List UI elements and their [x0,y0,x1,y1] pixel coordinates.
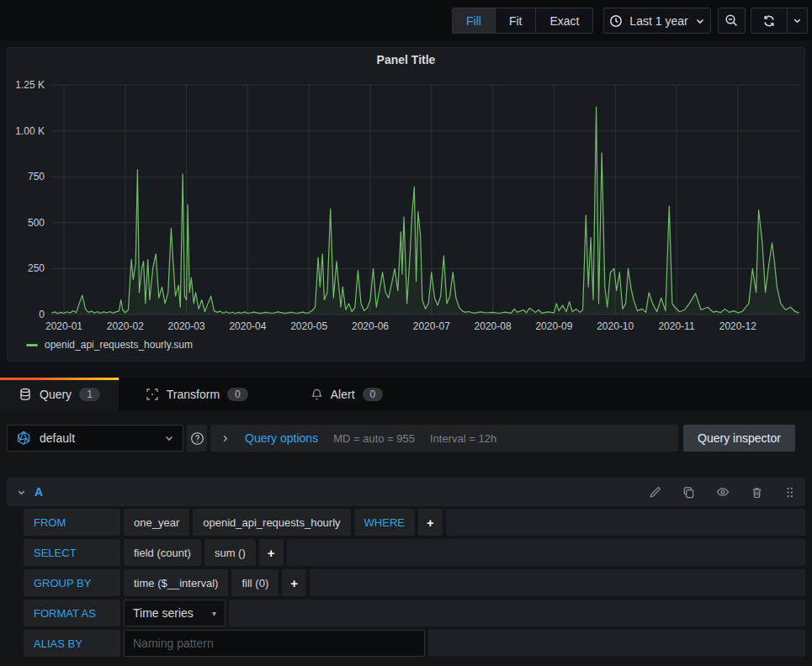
alias-by-label: ALIAS BY [24,630,120,657]
panel-title[interactable]: Panel Title [8,53,804,66]
query-pane: default Query options MD = auto = 955 In… [0,410,812,666]
timeseries-panel: Panel Title 02505007501.00 K1.25 K2020-0… [7,47,805,362]
tab-alert[interactable]: Alert 0 [292,378,401,410]
query-ref-id: A [34,485,43,499]
where-label[interactable]: WHERE [354,509,415,536]
tab-query-label: Query [40,388,72,401]
query-options-toggle[interactable]: Query options [245,431,318,445]
svg-text:2020-12: 2020-12 [719,320,756,332]
svg-text:2020-01: 2020-01 [45,320,82,332]
legend-item[interactable]: openid_api_requests_hourly.sum [26,339,193,351]
chevron-right-icon [220,434,230,443]
svg-text:2020-06: 2020-06 [352,320,389,332]
svg-text:2020-10: 2020-10 [597,320,634,332]
select-sum-segment[interactable]: sum () [204,539,256,566]
series-color-dash [26,344,38,346]
clock-icon [609,14,623,28]
chevron-down-icon [164,433,174,443]
chart-area[interactable]: 02505007501.00 K1.25 K2020-012020-022020… [8,71,804,351]
tab-transform[interactable]: Transform 0 [127,378,267,410]
zoom-out-icon [724,13,739,28]
svg-text:0: 0 [39,309,45,320]
tab-query-count: 1 [79,388,100,401]
datasource-help-button[interactable] [187,425,207,452]
svg-text:2020-11: 2020-11 [658,320,694,332]
tab-transform-label: Transform [167,388,220,401]
format-as-select[interactable]: Time series ▾ [124,600,226,626]
edit-query-button[interactable] [649,486,661,499]
select-label: SELECT [24,539,120,566]
display-mode-group: Fill Fit Exact [452,8,593,34]
row-filler [310,569,805,596]
groupby-fill-segment[interactable]: fill (0) [231,569,279,596]
question-circle-icon [190,431,204,446]
from-row: FROM one_year openid_api_requests_hourly… [24,509,805,536]
refresh-icon [762,14,776,28]
row-filler [229,600,805,626]
groupby-row: GROUP BY time ($__interval) fill (0) + [24,569,805,596]
groupby-label: GROUP BY [24,569,120,596]
svg-text:2020-02: 2020-02 [107,320,144,332]
svg-text:2020-07: 2020-07 [413,320,450,332]
query-inspector-button[interactable]: Query inspector [683,425,795,452]
row-filler [446,509,805,536]
drag-handle-icon[interactable] [784,486,795,499]
alias-by-input[interactable] [124,630,425,657]
refresh-interval-dropdown[interactable] [788,8,807,33]
database-icon [19,388,32,401]
caret-down-icon: ▾ [212,609,216,618]
grafana-panel-editor: Fill Fit Exact Last 1 year [0,0,812,666]
query-options-bar: Query options MD = auto = 955 Interval =… [210,425,678,452]
top-toolbar: Fill Fit Exact Last 1 year [0,0,812,40]
refresh-button-group [751,8,808,34]
toggle-visibility-button[interactable] [716,485,730,499]
query-row-header[interactable]: A [7,478,805,506]
svg-text:750: 750 [28,171,45,182]
chevron-down-icon [793,16,802,25]
transform-icon [146,388,159,401]
tab-alert-count: 0 [363,388,384,401]
zoom-out-button[interactable] [718,8,746,34]
svg-text:250: 250 [28,262,45,274]
collapse-chevron-icon[interactable] [17,488,26,497]
alias-by-row: ALIAS BY [24,630,805,657]
svg-text:2020-08: 2020-08 [475,320,512,332]
from-measurement-segment[interactable]: openid_api_requests_hourly [193,509,350,536]
format-as-label: FORMAT AS [24,600,120,626]
svg-text:1.00 K: 1.00 K [15,125,45,137]
datasource-icon [16,431,31,446]
interval-info: Interval = 12h [430,432,496,445]
add-groupby-button[interactable]: + [282,569,306,596]
svg-text:2020-03: 2020-03 [168,320,205,332]
max-data-points-info: MD = auto = 955 [333,432,415,445]
row-filler [428,630,805,657]
exact-button[interactable]: Exact [536,8,592,33]
add-select-button[interactable]: + [259,539,284,566]
select-row: SELECT field (count) sum () + [24,539,805,566]
fit-button[interactable]: Fit [496,8,537,33]
format-as-value: Time series [133,606,194,620]
bell-icon [310,388,323,401]
add-where-button[interactable]: + [418,509,443,536]
tab-transform-count: 0 [227,388,248,401]
datasource-name: default [40,431,156,445]
tab-alert-label: Alert [331,388,355,401]
series-label: openid_api_requests_hourly.sum [45,339,193,351]
datasource-picker[interactable]: default [7,425,183,452]
refresh-button[interactable] [751,8,788,33]
from-retention-segment[interactable]: one_year [124,509,189,536]
fill-button[interactable]: Fill [453,8,496,33]
svg-text:1.25 K: 1.25 K [15,79,45,91]
select-field-segment[interactable]: field (count) [124,539,201,566]
timeseries-chart[interactable]: 02505007501.00 K1.25 K2020-012020-022020… [8,71,804,351]
time-range-picker[interactable]: Last 1 year [603,8,711,34]
time-range-label: Last 1 year [629,14,687,28]
tab-query[interactable]: Query 1 [0,378,119,410]
groupby-time-segment[interactable]: time ($__interval) [124,569,228,596]
duplicate-query-button[interactable] [682,486,695,499]
chevron-down-icon [695,16,705,26]
delete-query-button[interactable] [751,486,763,499]
svg-text:500: 500 [28,217,45,229]
format-as-row: FORMAT AS Time series ▾ [24,600,805,626]
svg-text:2020-04: 2020-04 [229,320,266,332]
